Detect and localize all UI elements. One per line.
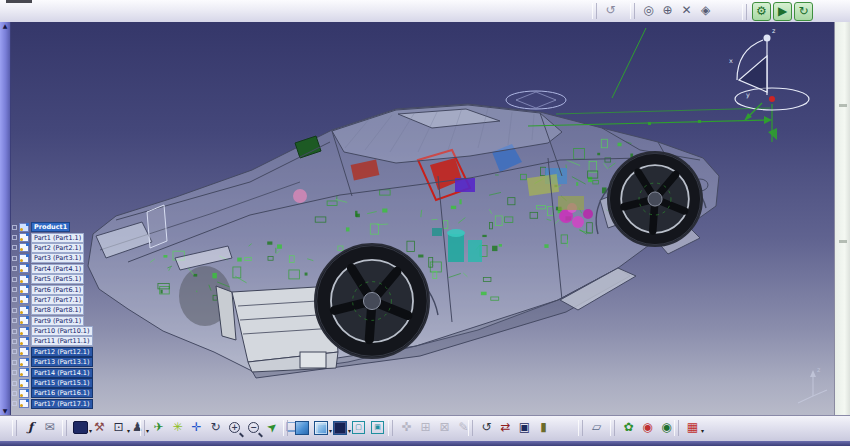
expand-handle-icon[interactable] xyxy=(12,235,17,240)
part-doc-icon xyxy=(19,264,29,273)
scroll-down-icon[interactable]: ▼ xyxy=(3,407,8,415)
tree-root-product[interactable]: Product1 xyxy=(12,222,132,232)
measure-inertia-icon[interactable]: ⊠ xyxy=(436,419,453,436)
expand-handle-icon[interactable] xyxy=(12,329,17,334)
tree-item[interactable]: Part15 (Part15.1) xyxy=(12,378,132,388)
expand-handle-icon[interactable] xyxy=(12,256,17,261)
zoom-out-icon[interactable]: − xyxy=(245,419,262,436)
part-doc-icon xyxy=(19,389,29,398)
work-grid-icon[interactable]: ▦▾ xyxy=(684,419,701,436)
light-icon[interactable]: ▮ xyxy=(535,419,552,436)
zoom-in-icon[interactable]: + xyxy=(226,419,243,436)
analysis-group: ✿◉◉ xyxy=(610,419,676,436)
expand-handle-icon[interactable] xyxy=(12,318,17,323)
viewport-3d[interactable]: z x y z ▲ ▼ Product1Part1 (Part1.1)Part2… xyxy=(0,22,834,415)
tree-item[interactable]: Part8 (Part8.1) xyxy=(12,305,132,315)
hide-show-icon[interactable]: ▣ xyxy=(516,419,533,436)
tree-item-label: Part5 (Part5.1) xyxy=(31,274,84,284)
teal-pump xyxy=(448,234,464,262)
tree-item[interactable]: Part4 (Part4.1) xyxy=(12,264,132,274)
bottom-toolbar: ƒ✉▾⚒⊡▾♟▾✈✳✛↻+−➤❏▾▾▢▣✜⊞⊠✎↺⇄▣▮▱✿◉◉▦▾ xyxy=(0,415,850,442)
expand-handle-icon[interactable] xyxy=(12,360,17,365)
view-frame-alt-icon[interactable]: ▣ xyxy=(369,419,386,436)
tree-item-label: Part4 (Part4.1) xyxy=(31,264,84,274)
swap-visible-space-icon[interactable]: ⇄ xyxy=(497,419,514,436)
shading-edges-icon[interactable]: ▾ xyxy=(312,419,329,436)
expand-handle-icon[interactable] xyxy=(12,297,17,302)
tree-item[interactable]: Part7 (Part7.1) xyxy=(12,295,132,305)
scrollbar-mark xyxy=(839,240,847,243)
tree-item[interactable]: Part14 (Part14.1) xyxy=(12,367,132,377)
clash-icon[interactable]: ✿ xyxy=(620,419,637,436)
simulation-player-icon[interactable]: ⚙ xyxy=(752,2,771,21)
expand-handle-icon[interactable] xyxy=(12,245,17,250)
measure-between-icon[interactable]: ✜ xyxy=(398,419,415,436)
expand-handle-icon[interactable] xyxy=(12,391,17,396)
tree-item[interactable]: Part12 (Part12.1) xyxy=(12,347,132,357)
formula-icon[interactable]: ƒ xyxy=(22,419,39,436)
normal-view-icon[interactable]: ➤ xyxy=(261,416,285,440)
comment-icon[interactable]: ✉ xyxy=(41,419,58,436)
tree-item[interactable]: Part11 (Part11.1) xyxy=(12,336,132,346)
tree-item[interactable]: Part6 (Part6.1) xyxy=(12,284,132,294)
tree-item[interactable]: Part1 (Part1.1) xyxy=(12,232,132,242)
lock-icon[interactable]: ⊡▾ xyxy=(110,419,127,436)
expand-handle-icon[interactable] xyxy=(12,266,17,271)
stop-target-icon[interactable]: ◉ xyxy=(639,419,656,436)
sectioning-icon[interactable]: ◉ xyxy=(658,419,675,436)
tree-item[interactable]: Part10 (Part10.1) xyxy=(12,326,132,336)
tree-item[interactable]: Part2 (Part2.1) xyxy=(12,243,132,253)
shading-icon[interactable] xyxy=(293,419,310,436)
rotate-icon[interactable]: ↻ xyxy=(207,419,224,436)
expand-handle-icon[interactable] xyxy=(12,401,17,406)
part-doc-icon xyxy=(19,243,29,252)
tree-scrollbar[interactable]: ▲ ▼ xyxy=(0,22,11,415)
expand-handle-icon[interactable] xyxy=(12,277,17,282)
tree-item[interactable]: Part9 (Part9.1) xyxy=(12,316,132,326)
tree-item[interactable]: Part13 (Part13.1) xyxy=(12,357,132,367)
record-loop-icon[interactable]: ↺ xyxy=(602,2,619,19)
part-doc-icon xyxy=(19,316,29,325)
simulation-replay-icon[interactable]: ↻ xyxy=(794,2,813,21)
tree-item[interactable]: Part5 (Part5.1) xyxy=(12,274,132,284)
tree-item-label: Part7 (Part7.1) xyxy=(31,295,84,305)
fly-mode-icon[interactable]: ✈ xyxy=(150,419,167,436)
scroll-up-icon[interactable]: ▲ xyxy=(3,22,8,30)
fit-all-in-icon[interactable]: ✳ xyxy=(169,419,186,436)
part-doc-icon xyxy=(19,285,29,294)
camera-target-icon[interactable]: ◈ xyxy=(697,2,714,19)
eraser-icon[interactable]: ▱ xyxy=(588,419,605,436)
walk-mode-icon[interactable]: ⊕ xyxy=(659,2,676,19)
expand-handle-icon[interactable] xyxy=(12,287,17,292)
fly-through-icon[interactable]: ✕ xyxy=(678,2,695,19)
tree-item[interactable]: Part3 (Part3.1) xyxy=(12,253,132,263)
expand-handle-icon[interactable] xyxy=(12,381,17,386)
expand-handle-icon[interactable] xyxy=(12,349,17,354)
part-doc-icon xyxy=(19,399,29,408)
expand-handle-icon[interactable] xyxy=(12,370,17,375)
catalog-icon[interactable]: ▾ xyxy=(72,419,89,436)
collab-icon[interactable]: ⚒ xyxy=(91,419,108,436)
wireframe-icon[interactable]: ▾ xyxy=(331,419,348,436)
part-doc-icon xyxy=(19,275,29,284)
tree-item[interactable]: Part17 (Part17.1) xyxy=(12,399,132,409)
view-frame-icon[interactable]: ▢ xyxy=(350,419,367,436)
tree-item[interactable]: Part16 (Part16.1) xyxy=(12,388,132,398)
right-scrollbar[interactable] xyxy=(834,22,850,415)
measure-item-icon[interactable]: ⊞ xyxy=(417,419,434,436)
compass-center-dot xyxy=(769,96,775,102)
expand-handle-icon[interactable] xyxy=(12,339,17,344)
part-doc-icon xyxy=(19,327,29,336)
view-compass[interactable]: z x y xyxy=(729,27,809,121)
part-doc-icon xyxy=(19,306,29,315)
examine-mode-icon[interactable]: ◎ xyxy=(640,2,657,19)
expand-handle-icon[interactable] xyxy=(12,225,17,230)
tree-item-label: Part15 (Part15.1) xyxy=(31,378,93,388)
pan-icon[interactable]: ✛ xyxy=(188,419,205,436)
turntable-icon[interactable]: ↺ xyxy=(478,419,495,436)
simulation-play-icon[interactable]: ▶ xyxy=(773,2,792,21)
tree-item-label: Part16 (Part16.1) xyxy=(31,388,93,398)
tree-item-label: Part10 (Part10.1) xyxy=(31,326,93,336)
pink-part xyxy=(293,189,307,203)
expand-handle-icon[interactable] xyxy=(12,308,17,313)
